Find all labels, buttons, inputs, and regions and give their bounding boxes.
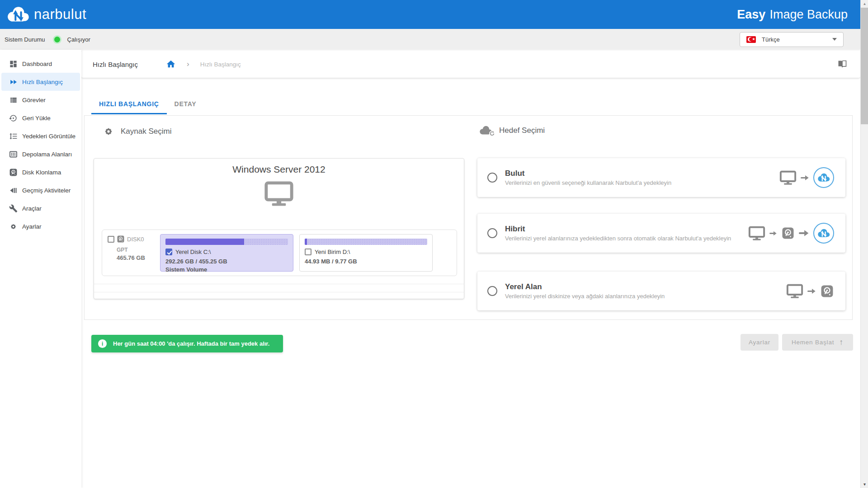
arrow-right-icon — [799, 229, 809, 237]
hybrid-radio[interactable] — [487, 228, 497, 238]
wizard-panel: Kaynak Seçimi Windows Server 2012 — [84, 115, 853, 320]
local-flow-diagram — [786, 284, 834, 298]
cloud-radio[interactable] — [487, 173, 497, 183]
source-section-header: Kaynak Seçimi — [103, 126, 171, 137]
arrow-up-icon: ↑ — [839, 338, 844, 347]
breadcrumb-chevron-icon: › — [187, 60, 189, 69]
computer-icon — [748, 226, 765, 240]
local-disk-icon — [781, 226, 795, 240]
sidebar-item-dashboard[interactable]: Dashboard — [1, 55, 80, 73]
sidebar-item-storage-areas[interactable]: Depolama Alanları — [1, 145, 80, 163]
dashboard-grid-icon — [9, 60, 18, 68]
rewind-icon — [9, 186, 18, 195]
target-option-hybrid[interactable]: Hibrit Verilerinizi yerel alanlarınıza y… — [477, 214, 845, 253]
tab-bar: HIZLI BAŞLANGIÇ DETAY — [91, 95, 204, 114]
disk-meta: DISK0 GPT 465.76 GB — [108, 234, 154, 272]
sidebar-item-settings[interactable]: Ayarlar — [1, 217, 80, 235]
sidebar-item-quick-start[interactable]: Hızlı Başlangıç — [1, 73, 80, 91]
target-option-cloud[interactable]: Bulut Verilerinizi en güvenli seçeneği k… — [477, 158, 845, 197]
main-content: Hızlı Başlangıç › Hızlı Başlangıç HIZLI … — [81, 50, 860, 488]
wrench-icon — [9, 204, 18, 213]
schedule-notice: i Her gün saat 04:00 'da çalışır. Haftad… — [91, 335, 283, 352]
cloud-option-description: Verilerinizi en güvenli seçeneği kullana… — [505, 179, 671, 186]
brand-logo: narbulut — [0, 6, 86, 23]
system-status-label: Sistem Durumu — [5, 36, 45, 43]
sidebar: Dashboard Hızlı Başlangıç Görevler Geri … — [0, 50, 81, 488]
target-option-local[interactable]: Yerel Alan Verilerinizi yerel diskinize … — [477, 272, 845, 310]
breadcrumb: Hızlı Başlangıç › Hızlı Başlangıç — [81, 51, 860, 78]
computer-icon — [779, 170, 797, 185]
volume-d-name: Yeni Birim D:\ — [315, 249, 350, 255]
volume-d-usage: 44.93 MB / 9.77 GB — [305, 258, 427, 265]
gear-icon — [103, 126, 114, 137]
target-section-header: Hedef Seçimi — [479, 126, 545, 135]
arrow-right-icon — [807, 288, 816, 295]
volume-c-label: Sistem Volume — [165, 266, 288, 273]
system-status-value: Çalışıyor — [67, 36, 90, 43]
volume-d[interactable]: Yeni Birim D:\ 44.93 MB / 9.77 GB — [299, 234, 433, 272]
local-option-title: Yerel Alan — [505, 282, 665, 291]
volume-d-usage-bar — [305, 239, 427, 245]
volume-d-checkbox[interactable] — [305, 249, 311, 255]
hybrid-option-title: Hibrit — [505, 225, 731, 234]
tab-detail[interactable]: DETAY — [167, 95, 204, 114]
sidebar-item-tasks[interactable]: Görevler — [1, 91, 80, 109]
scrollbar-thumb[interactable] — [861, 8, 868, 124]
cloud-sync-icon — [479, 126, 493, 135]
volume-c[interactable]: Yerel Disk C:\ 292.26 GB / 455.25 GB Sis… — [160, 234, 293, 272]
tab-quick-start[interactable]: HIZLI BAŞLANGIÇ — [91, 95, 167, 114]
volume-c-usage-bar — [165, 239, 288, 245]
volume-c-usage-fill — [165, 239, 244, 245]
volume-c-checkbox[interactable] — [165, 249, 172, 255]
page-title: Hızlı Başlangıç — [93, 61, 138, 68]
language-select[interactable]: ★ Türkçe — [740, 32, 844, 47]
volume-c-usage: 292.26 GB / 455.25 GB — [165, 258, 288, 265]
sidebar-item-disk-cloning[interactable]: Disk Klonlama — [1, 163, 80, 181]
computer-icon — [94, 181, 464, 206]
arrow-right-icon — [801, 174, 809, 181]
storage-crate-icon — [9, 150, 18, 159]
local-disk-icon — [820, 284, 834, 298]
source-section-title: Kaynak Seçimi — [121, 127, 171, 136]
product-title: EasyImage Backup — [737, 8, 860, 22]
narbulut-cloud-icon — [813, 167, 834, 188]
sidebar-item-restore[interactable]: Geri Yükle — [1, 109, 80, 127]
sidebar-item-view-backups[interactable]: Yedekleri Görüntüle — [1, 127, 80, 145]
disk-partition-table: GPT — [117, 247, 154, 253]
disk-name: DISK0 — [127, 236, 144, 243]
status-bar: Sistem Durumu Çalışıyor ★ Türkçe — [0, 29, 860, 50]
top-header: narbulut EasyImage Backup — [0, 0, 860, 29]
hybrid-flow-diagram — [748, 223, 834, 244]
machine-name: Windows Server 2012 — [94, 164, 464, 175]
local-radio[interactable] — [487, 286, 497, 296]
restore-icon — [9, 114, 18, 122]
scrollbar[interactable]: ▲ ▾ — [860, 0, 868, 488]
task-list-icon — [9, 96, 18, 104]
sidebar-item-past-activities[interactable]: Geçmiş Aktiviteler — [1, 181, 80, 199]
breadcrumb-current: Hızlı Başlangıç — [200, 61, 241, 68]
hard-disk-icon — [117, 235, 125, 243]
divider — [94, 292, 464, 292]
arrow-right-icon — [769, 230, 777, 236]
source-machine-card: Windows Server 2012 — [94, 158, 464, 299]
language-value: Türkçe — [762, 36, 780, 43]
local-option-description: Verilerinizi yerel diskinize veya ağdaki… — [505, 293, 665, 300]
sidebar-item-tools[interactable]: Araçlar — [1, 199, 80, 217]
disk-row: DISK0 GPT 465.76 GB Yerel Disk C:\ — [102, 230, 457, 276]
settings-button[interactable]: Ayarlar — [741, 334, 778, 351]
home-icon[interactable] — [166, 59, 176, 69]
hard-disk-icon — [9, 168, 18, 177]
start-now-button[interactable]: Hemen Başlat ↑ — [782, 334, 853, 351]
volume-c-name: Yerel Disk C:\ — [175, 249, 211, 255]
narbulut-cloud-icon — [813, 223, 834, 244]
scrollbar-down-button[interactable]: ▾ — [861, 480, 868, 488]
fast-forward-icon — [9, 78, 18, 86]
documentation-button[interactable] — [837, 59, 848, 70]
scrollbar-up-button[interactable]: ▲ — [861, 0, 868, 8]
line-spacing-list-icon — [9, 132, 18, 141]
target-section-title: Hedef Seçimi — [499, 126, 545, 135]
computer-icon — [786, 284, 803, 298]
cloud-option-title: Bulut — [505, 169, 671, 178]
gear-icon — [9, 222, 18, 231]
disk-checkbox[interactable] — [108, 236, 114, 243]
